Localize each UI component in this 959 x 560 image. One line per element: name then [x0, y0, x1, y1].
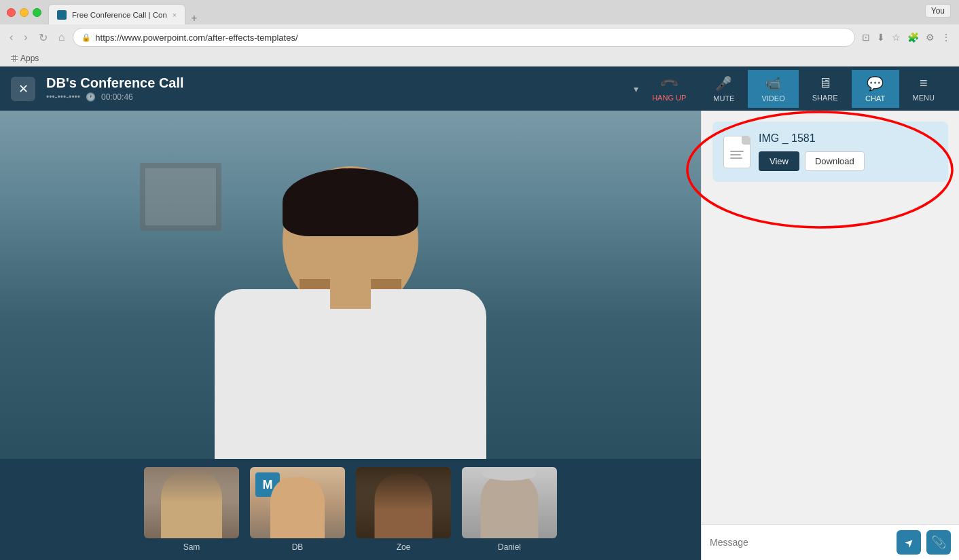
call-number: •••-•••-••••	[46, 92, 80, 102]
conference-header: ✕ DB's Conference Call •••-•••-•••• 🕐 00…	[0, 67, 959, 111]
traffic-lights	[7, 8, 41, 17]
send-button[interactable]: ➤	[897, 530, 921, 555]
download-icon[interactable]: ⬇	[875, 31, 886, 44]
chat-button[interactable]: 💬 CHAT	[852, 70, 899, 108]
participant-db-video[interactable]: M	[250, 467, 345, 538]
chat-input[interactable]	[710, 537, 891, 548]
back-button[interactable]: ‹	[7, 30, 16, 45]
bookmarks-bar: Apps	[0, 50, 959, 67]
video-button[interactable]: 📹 VIDEO	[748, 70, 798, 108]
menu-label: MENU	[913, 94, 935, 102]
close-button[interactable]: ✕	[11, 77, 35, 101]
attach-button[interactable]: 📎	[926, 530, 951, 555]
home-button[interactable]: ⌂	[56, 30, 68, 45]
video-icon: 📹	[765, 75, 782, 92]
apps-label: Apps	[20, 54, 39, 63]
call-timer: 00:00:46	[101, 92, 133, 102]
conference-app: ✕ DB's Conference Call •••-•••-•••• 🕐 00…	[0, 67, 959, 560]
call-title: DB's Conference Call	[46, 75, 634, 91]
menu-icon: ≡	[920, 75, 928, 91]
attach-icon: 📎	[931, 535, 946, 550]
video-section: Sam M DB	[0, 111, 701, 560]
send-icon: ➤	[901, 535, 917, 550]
file-icon	[723, 136, 750, 168]
tab-favicon	[57, 10, 67, 20]
new-tab-button[interactable]: +	[185, 12, 202, 24]
hangup-icon: 📞	[659, 73, 680, 94]
share-label: SHARE	[812, 94, 838, 102]
participant-sam-name: Sam	[183, 542, 200, 552]
share-button[interactable]: 🖥 SHARE	[799, 70, 852, 107]
lock-icon: 🔒	[82, 33, 91, 42]
settings-icon[interactable]: ⚙	[924, 31, 936, 44]
download-button[interactable]: Download	[805, 151, 865, 171]
file-details: IMG _ 1581 View Download	[759, 132, 937, 171]
address-bar[interactable]: 🔒 https://www.powerpoint.com/after-effec…	[73, 28, 855, 47]
call-info: DB's Conference Call •••-•••-•••• 🕐 00:0…	[46, 75, 634, 102]
file-line	[730, 151, 744, 152]
bookmark-icon[interactable]: ☆	[890, 31, 902, 44]
reader-icon[interactable]: ⊡	[861, 31, 871, 44]
tab-close-button[interactable]: ×	[173, 11, 177, 19]
video-background	[0, 111, 701, 459]
participant-zoe: Zoe	[356, 467, 451, 552]
apps-bookmark[interactable]: Apps	[7, 53, 43, 64]
maximize-traffic-light[interactable]	[33, 8, 41, 17]
url-text: https://www.powerpoint.com/after-effects…	[95, 33, 846, 43]
hangup-button[interactable]: 📞 HANG UP	[638, 71, 700, 107]
refresh-button[interactable]: ↻	[36, 30, 50, 45]
omnibar: ‹ › ↻ ⌂ 🔒 https://www.powerpoint.com/aft…	[0, 24, 959, 50]
header-controls: 📞 HANG UP 🎤 MUTE 📹 VIDEO 🖥 SHARE 💬	[638, 70, 948, 108]
minimize-traffic-light[interactable]	[20, 8, 29, 17]
file-actions: View Download	[759, 151, 937, 171]
chat-panel: IMG _ 1581 View Download ➤	[701, 111, 959, 560]
participant-daniel-name: Daniel	[498, 542, 521, 552]
close-traffic-light[interactable]	[7, 8, 16, 17]
chat-messages: IMG _ 1581 View Download	[702, 111, 959, 524]
participant-sam: Sam	[144, 467, 239, 552]
chat-label: CHAT	[865, 94, 885, 102]
call-meta: •••-•••-•••• 🕐 00:00:46	[46, 92, 634, 102]
participant-daniel: Daniel	[462, 467, 557, 552]
view-button[interactable]: View	[759, 151, 799, 171]
menu-button[interactable]: ≡ MENU	[899, 70, 948, 107]
participants-bar: Sam M DB	[0, 459, 701, 560]
participant-zoe-name: Zoe	[397, 542, 411, 552]
file-line	[730, 154, 741, 155]
participant-db: M DB	[250, 467, 345, 552]
participant-zoe-video[interactable]	[356, 467, 451, 538]
user-badge: You	[925, 4, 951, 18]
timer-icon: 🕐	[86, 92, 96, 102]
video-label: VIDEO	[761, 94, 784, 102]
main-content: Sam M DB	[0, 111, 959, 560]
participant-db-name: DB	[292, 542, 304, 552]
main-video	[0, 111, 701, 459]
chat-input-area: ➤ 📎	[702, 524, 959, 560]
tab-title: Free Conference Call | Con	[72, 11, 167, 19]
extensions-icon[interactable]: 🧩	[906, 31, 920, 44]
participant-daniel-video[interactable]	[462, 467, 557, 538]
apps-icon	[11, 55, 18, 62]
mute-label: MUTE	[713, 94, 734, 102]
chat-icon: 💬	[867, 75, 884, 92]
forward-button[interactable]: ›	[21, 30, 30, 45]
participant-sam-video[interactable]	[144, 467, 239, 538]
more-icon[interactable]: ⋮	[940, 31, 952, 44]
hangup-label: HANG UP	[652, 94, 686, 102]
mute-button[interactable]: 🎤 MUTE	[700, 70, 748, 108]
close-icon: ✕	[18, 81, 29, 96]
mute-icon: 🎤	[715, 75, 732, 92]
file-corner-fold	[742, 136, 750, 145]
file-lines	[730, 151, 744, 159]
chat-file-card: IMG _ 1581 View Download	[712, 122, 948, 182]
browser-toolbar: ⊡ ⬇ ☆ 🧩 ⚙ ⋮	[861, 31, 952, 44]
file-line	[730, 157, 742, 159]
share-icon: 🖥	[818, 75, 832, 91]
dropdown-arrow[interactable]: ▾	[634, 83, 638, 94]
file-name: IMG _ 1581	[759, 132, 937, 145]
browser-tab[interactable]: Free Conference Call | Con ×	[48, 4, 185, 24]
